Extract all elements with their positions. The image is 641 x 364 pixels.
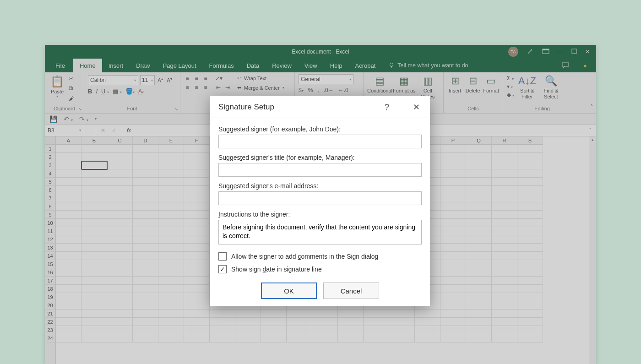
row-header[interactable]: 10 bbox=[45, 219, 55, 227]
cell[interactable] bbox=[389, 310, 415, 318]
cell[interactable] bbox=[56, 260, 81, 268]
show-sign-date-checkbox[interactable]: ✓ bbox=[218, 265, 227, 273]
cell[interactable] bbox=[466, 277, 492, 285]
cell[interactable] bbox=[235, 318, 261, 326]
cell[interactable] bbox=[81, 178, 107, 186]
cell[interactable] bbox=[56, 301, 81, 310]
cell[interactable] bbox=[492, 211, 517, 219]
row-header[interactable]: 15 bbox=[45, 260, 55, 268]
cell[interactable] bbox=[517, 219, 543, 227]
signer-title-input[interactable] bbox=[218, 163, 422, 177]
row-header[interactable]: 14 bbox=[45, 252, 55, 260]
cell[interactable] bbox=[517, 235, 543, 244]
font-color-button[interactable]: A▾ bbox=[138, 88, 144, 95]
row-header[interactable]: 16 bbox=[45, 268, 55, 277]
format-cells-button[interactable]: ▭ Format bbox=[483, 75, 499, 94]
cell[interactable] bbox=[56, 268, 81, 277]
cell[interactable] bbox=[184, 194, 210, 202]
cell[interactable] bbox=[81, 334, 107, 342]
percent-format-icon[interactable]: % bbox=[308, 87, 313, 93]
cell[interactable] bbox=[261, 318, 287, 326]
sort-filter-button[interactable]: A↓Z Sort & Filter bbox=[517, 75, 537, 100]
cell[interactable] bbox=[107, 169, 133, 178]
cell[interactable] bbox=[466, 161, 492, 169]
cell[interactable] bbox=[184, 326, 210, 334]
cell[interactable] bbox=[466, 145, 492, 153]
cell[interactable] bbox=[235, 334, 261, 342]
row-header[interactable]: 19 bbox=[45, 293, 55, 301]
cell[interactable] bbox=[107, 334, 133, 342]
insert-function-icon[interactable]: fx bbox=[122, 127, 136, 134]
cell[interactable] bbox=[312, 334, 338, 342]
cell[interactable] bbox=[56, 161, 81, 169]
cell[interactable] bbox=[492, 310, 517, 318]
cell[interactable] bbox=[492, 326, 517, 334]
cell[interactable] bbox=[184, 178, 210, 186]
cell[interactable] bbox=[466, 334, 492, 342]
cell[interactable] bbox=[517, 326, 543, 334]
collapse-ribbon-icon[interactable]: ˄ bbox=[587, 72, 596, 113]
cell[interactable] bbox=[56, 285, 81, 293]
cell[interactable] bbox=[287, 326, 312, 334]
cell[interactable] bbox=[107, 318, 133, 326]
cell[interactable] bbox=[466, 227, 492, 235]
fill-icon[interactable]: ▾ ▾ bbox=[507, 83, 514, 90]
cell[interactable] bbox=[466, 326, 492, 334]
row-header[interactable]: 3 bbox=[45, 161, 55, 169]
cell[interactable] bbox=[492, 268, 517, 277]
cell[interactable] bbox=[440, 178, 466, 186]
underline-button[interactable]: U ▾ bbox=[101, 88, 109, 95]
cell[interactable] bbox=[81, 145, 107, 153]
cell[interactable] bbox=[107, 194, 133, 202]
notifications-dot[interactable]: ● bbox=[583, 59, 592, 72]
tab-data[interactable]: Data bbox=[240, 59, 266, 72]
tell-me-search[interactable]: Tell me what you want to do bbox=[388, 59, 468, 72]
cell[interactable] bbox=[338, 310, 364, 318]
cell[interactable] bbox=[133, 260, 158, 268]
cell[interactable] bbox=[389, 334, 415, 342]
cell[interactable] bbox=[466, 153, 492, 161]
cell[interactable] bbox=[158, 219, 184, 227]
cell[interactable] bbox=[56, 244, 81, 252]
cell[interactable] bbox=[107, 260, 133, 268]
cell[interactable] bbox=[107, 186, 133, 194]
cell[interactable] bbox=[81, 277, 107, 285]
cell[interactable] bbox=[107, 252, 133, 260]
cell[interactable] bbox=[312, 326, 338, 334]
cell[interactable] bbox=[338, 326, 364, 334]
cell[interactable] bbox=[158, 318, 184, 326]
cell[interactable] bbox=[492, 318, 517, 326]
cell[interactable] bbox=[158, 186, 184, 194]
cell[interactable] bbox=[56, 277, 81, 285]
cell[interactable] bbox=[158, 326, 184, 334]
comments-icon[interactable] bbox=[561, 59, 570, 72]
cell[interactable] bbox=[440, 277, 466, 285]
cell[interactable] bbox=[81, 202, 107, 211]
cell[interactable] bbox=[107, 285, 133, 293]
decrease-font-icon[interactable]: A▾ bbox=[166, 77, 173, 84]
cell[interactable] bbox=[440, 211, 466, 219]
cell[interactable] bbox=[184, 310, 210, 318]
row-header[interactable]: 20 bbox=[45, 301, 55, 310]
cell[interactable] bbox=[312, 318, 338, 326]
cell[interactable] bbox=[81, 326, 107, 334]
cell[interactable] bbox=[466, 178, 492, 186]
signer-email-input[interactable] bbox=[218, 191, 422, 205]
cell[interactable] bbox=[107, 153, 133, 161]
cell[interactable] bbox=[81, 244, 107, 252]
cell[interactable] bbox=[440, 326, 466, 334]
cell[interactable] bbox=[517, 202, 543, 211]
cell[interactable] bbox=[133, 301, 158, 310]
tab-formulas[interactable]: Formulas bbox=[203, 59, 240, 72]
align-top-icon[interactable]: ≡ bbox=[184, 75, 190, 81]
cell[interactable] bbox=[492, 334, 517, 342]
cell[interactable] bbox=[158, 277, 184, 285]
cell[interactable] bbox=[517, 153, 543, 161]
cell[interactable] bbox=[81, 252, 107, 260]
cell[interactable] bbox=[81, 293, 107, 301]
clear-icon[interactable]: ◆ ▾ bbox=[507, 92, 514, 98]
cell[interactable] bbox=[56, 211, 81, 219]
cell[interactable] bbox=[184, 145, 210, 153]
cell[interactable] bbox=[133, 227, 158, 235]
cell[interactable] bbox=[158, 202, 184, 211]
